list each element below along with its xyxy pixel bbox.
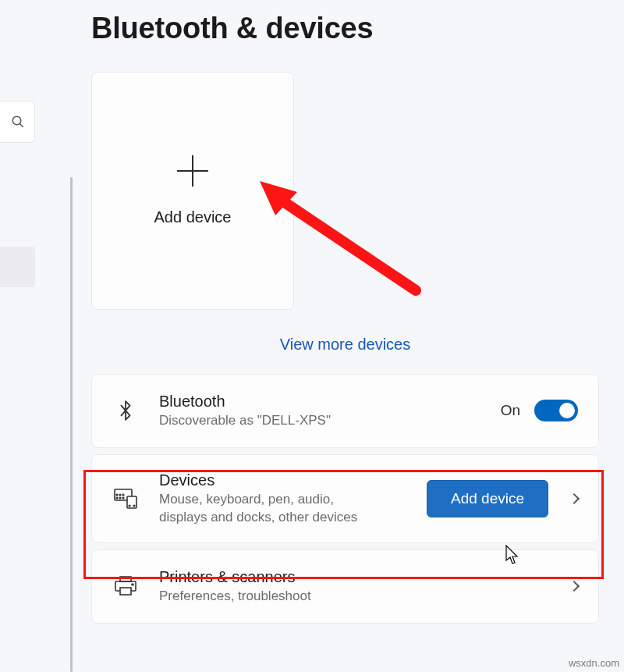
sidebar-selected-item-fragment[interactable] xyxy=(0,247,35,287)
svg-rect-12 xyxy=(120,577,131,581)
devices-title: Devices xyxy=(159,471,427,489)
add-device-button[interactable]: Add device xyxy=(427,480,548,517)
plus-icon xyxy=(177,155,208,187)
printers-row[interactable]: Printers & scanners Preferences, trouble… xyxy=(91,549,599,624)
svg-point-10 xyxy=(129,505,130,507)
svg-line-1 xyxy=(20,123,23,127)
bluetooth-icon xyxy=(112,397,139,424)
watermark: wsxdn.com xyxy=(569,657,619,669)
add-device-tile-label: Add device xyxy=(154,208,232,226)
svg-point-15 xyxy=(132,584,133,585)
svg-rect-14 xyxy=(120,588,131,595)
printers-title: Printers & scanners xyxy=(159,567,562,586)
svg-point-6 xyxy=(116,494,118,496)
chevron-right-icon xyxy=(569,493,580,504)
bluetooth-toggle[interactable] xyxy=(534,400,578,421)
scrollbar[interactable] xyxy=(70,177,73,672)
devices-subtitle: Mouse, keyboard, pen, audio, displays an… xyxy=(159,491,378,527)
search-input-fragment[interactable] xyxy=(0,101,35,143)
add-device-tile[interactable]: Add device xyxy=(91,72,294,310)
bluetooth-title: Bluetooth xyxy=(159,392,501,411)
devices-icon xyxy=(112,485,139,512)
devices-row[interactable]: Devices Mouse, keyboard, pen, audio, dis… xyxy=(91,454,599,543)
view-more-devices-link[interactable]: View more devices xyxy=(91,322,599,374)
svg-point-7 xyxy=(119,494,121,496)
svg-point-11 xyxy=(133,505,135,507)
printer-icon xyxy=(112,573,139,599)
svg-point-5 xyxy=(122,497,124,499)
search-icon xyxy=(11,115,25,129)
svg-point-3 xyxy=(116,497,118,499)
bluetooth-state-label: On xyxy=(501,402,520,419)
svg-point-4 xyxy=(119,497,121,499)
page-title: Bluetooth & devices xyxy=(91,12,374,45)
bluetooth-subtitle: Discoverable as "DELL-XPS" xyxy=(159,412,501,430)
content-area: Add device View more devices Bluetooth D… xyxy=(91,72,599,630)
chevron-right-icon xyxy=(569,581,580,592)
printers-subtitle: Preferences, troubleshoot xyxy=(159,588,562,606)
svg-point-8 xyxy=(122,494,124,496)
svg-point-0 xyxy=(12,116,21,125)
bluetooth-row[interactable]: Bluetooth Discoverable as "DELL-XPS" On xyxy=(91,374,599,448)
